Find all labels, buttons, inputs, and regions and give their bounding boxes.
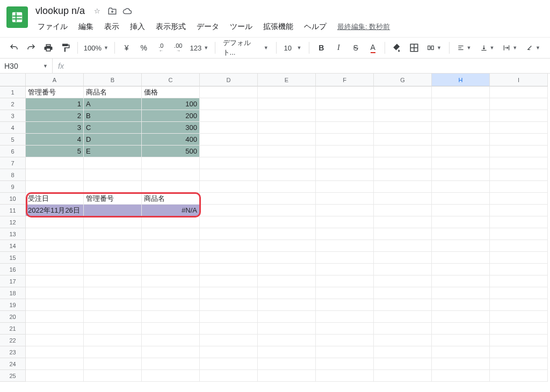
cell[interactable] [432,228,490,240]
cell[interactable] [490,311,548,323]
cell[interactable] [200,346,258,358]
cell[interactable] [200,216,258,228]
cell[interactable]: 商品名 [84,86,142,98]
row-header[interactable]: 25 [0,370,26,382]
cell[interactable] [84,216,142,228]
cell[interactable] [200,311,258,323]
row-header[interactable]: 17 [0,275,26,287]
cell[interactable] [258,216,316,228]
cell[interactable] [200,335,258,346]
cell[interactable] [490,346,548,358]
cell[interactable] [142,181,200,193]
cell[interactable] [84,264,142,275]
cell[interactable] [26,370,84,382]
cell[interactable] [374,216,432,228]
row-header[interactable]: 18 [0,287,26,299]
cell[interactable] [490,370,548,382]
cell[interactable] [374,228,432,240]
cell[interactable] [142,264,200,275]
row-header[interactable]: 19 [0,299,26,311]
cell[interactable]: #N/A [142,205,200,216]
cell[interactable] [258,275,316,287]
cell[interactable] [200,240,258,252]
cell[interactable] [200,205,258,216]
cell[interactable] [200,86,258,98]
cell[interactable] [258,169,316,181]
cell[interactable] [142,346,200,358]
cell[interactable] [142,228,200,240]
cell[interactable]: 1 [26,98,84,110]
cell[interactable] [316,98,374,110]
cell[interactable] [316,157,374,169]
cell[interactable] [200,181,258,193]
cell[interactable] [432,98,490,110]
cell[interactable] [258,358,316,370]
cell[interactable] [490,157,548,169]
name-box[interactable]: H30 ▼ [0,59,53,73]
row-header[interactable]: 11 [0,205,26,216]
row-header[interactable]: 14 [0,240,26,252]
cell[interactable] [374,346,432,358]
cell[interactable] [84,346,142,358]
cell[interactable] [26,216,84,228]
cell[interactable] [200,98,258,110]
cell[interactable] [84,370,142,382]
cell[interactable] [84,275,142,287]
cell[interactable] [490,264,548,275]
row-header[interactable]: 8 [0,169,26,181]
cell[interactable] [258,146,316,157]
cell[interactable] [84,205,142,216]
cell[interactable] [26,311,84,323]
cell[interactable] [26,169,84,181]
cell[interactable] [374,252,432,264]
cell[interactable]: 500 [142,146,200,157]
row-header[interactable]: 2 [0,98,26,110]
cell[interactable] [316,275,374,287]
borders-button[interactable] [407,40,422,55]
cell[interactable]: 受注日 [26,193,84,205]
move-icon[interactable] [107,6,117,16]
cell[interactable] [26,181,84,193]
star-icon[interactable]: ☆ [92,6,102,16]
cell[interactable] [258,122,316,134]
cell[interactable] [374,240,432,252]
menu-insert[interactable]: 挿入 [126,20,149,34]
number-format-dropdown[interactable]: 123▼ [188,40,211,55]
text-color-button[interactable]: A [365,40,380,55]
cell[interactable] [258,252,316,264]
cell[interactable] [84,240,142,252]
print-button[interactable] [41,40,56,55]
cell[interactable] [432,193,490,205]
cell[interactable] [258,110,316,122]
cell[interactable] [142,287,200,299]
cell[interactable]: 400 [142,134,200,146]
cell[interactable] [26,287,84,299]
cell[interactable]: C [84,122,142,134]
cell[interactable]: 200 [142,110,200,122]
cell[interactable] [26,240,84,252]
cell[interactable] [258,134,316,146]
wrap-button[interactable]: ▼ [500,40,520,55]
cell[interactable] [316,110,374,122]
cell[interactable] [432,134,490,146]
cell[interactable] [26,228,84,240]
cell[interactable] [432,86,490,98]
row-header[interactable]: 1 [0,86,26,98]
cell[interactable] [200,275,258,287]
cell[interactable] [84,181,142,193]
menu-help[interactable]: ヘルプ [300,20,331,34]
row-header[interactable]: 21 [0,323,26,335]
menu-file[interactable]: ファイル [33,20,72,34]
cell[interactable] [200,252,258,264]
cell[interactable] [490,287,548,299]
cell[interactable] [490,122,548,134]
h-align-button[interactable]: ▼ [454,40,475,55]
cell[interactable] [258,311,316,323]
cell[interactable] [200,287,258,299]
cell[interactable] [316,193,374,205]
cell[interactable] [316,299,374,311]
cell[interactable] [142,157,200,169]
cell[interactable] [374,134,432,146]
cell[interactable] [26,252,84,264]
cell[interactable] [490,358,548,370]
